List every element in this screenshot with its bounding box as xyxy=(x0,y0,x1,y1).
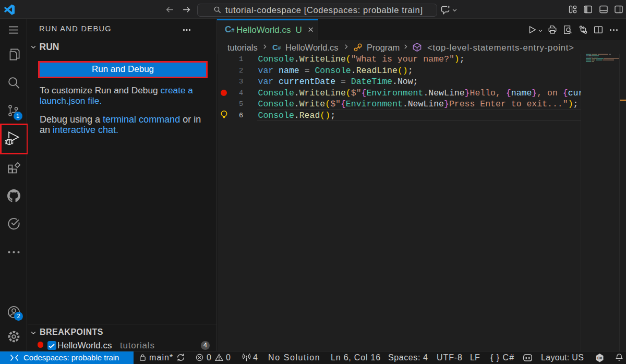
svg-text:C#: C# xyxy=(597,356,602,360)
